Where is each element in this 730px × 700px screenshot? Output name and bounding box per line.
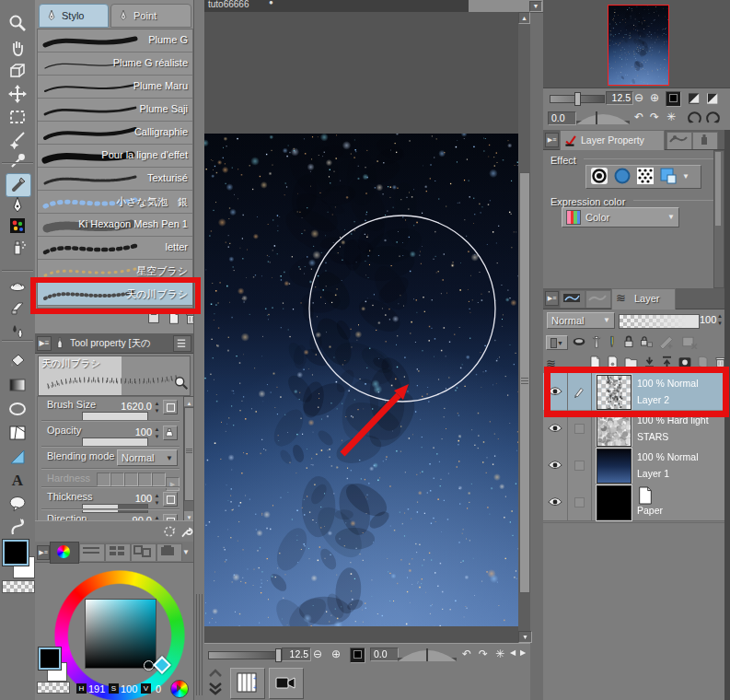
- external-color-picker-icon[interactable]: [170, 680, 189, 698]
- flip-horizontal-icon[interactable]: [687, 91, 702, 108]
- canvas-viewport[interactable]: [204, 12, 518, 643]
- brush-item-[interactable]: Plume G réaliste: [38, 52, 192, 76]
- fit-to-screen-icon[interactable]: [350, 648, 365, 663]
- tab-color-set[interactable]: [105, 543, 131, 561]
- wrench-icon[interactable]: [179, 523, 193, 542]
- reset-rotation-icon[interactable]: ✳: [495, 648, 504, 660]
- transparent-color-swatch[interactable]: [2, 580, 35, 593]
- param-stepper[interactable]: ▲▼: [153, 400, 161, 414]
- zoom-in-icon[interactable]: ⊕: [331, 648, 341, 660]
- tool-text[interactable]: A: [6, 470, 29, 492]
- layer-visibility-cell[interactable]: [543, 373, 568, 410]
- delete-layer-icon[interactable]: [713, 355, 727, 371]
- scroll-up-arrow[interactable]: ▲: [518, 12, 530, 24]
- lock-transparent-icon[interactable]: [639, 334, 654, 351]
- scroll-left-icon[interactable]: ◀: [510, 648, 516, 657]
- brush-item-[interactable]: Plume Maru: [38, 76, 192, 99]
- chevron-up-icon[interactable]: [208, 669, 223, 678]
- tool-fill[interactable]: [6, 351, 29, 373]
- navigator-zoom-slider[interactable]: [550, 95, 605, 103]
- opacity-stepper[interactable]: ▲▼: [716, 312, 724, 327]
- tool-eyedropper[interactable]: [6, 150, 29, 172]
- tool-selection[interactable]: [6, 107, 29, 129]
- transparent-swatch[interactable]: [37, 682, 70, 694]
- nav-zoom-in-icon[interactable]: ⊕: [650, 91, 659, 104]
- layer-visibility-cell[interactable]: [543, 447, 568, 484]
- zoom-out-icon[interactable]: ⊖: [313, 648, 322, 660]
- param-ink-button[interactable]: [163, 426, 178, 440]
- rotation-slider[interactable]: [398, 647, 457, 662]
- tab-list-dropdown-icon[interactable]: ▼: [529, 1, 542, 12]
- layer-check-cell[interactable]: [567, 373, 592, 410]
- layer-check-cell[interactable]: [567, 484, 592, 520]
- layer-thumbnail[interactable]: [597, 449, 632, 484]
- mask-oval-icon[interactable]: [571, 334, 587, 351]
- scroll-down-arrow[interactable]: ▼: [518, 631, 532, 643]
- panel-menu-icon[interactable]: ▶≡: [545, 133, 559, 147]
- tool-eraser[interactable]: [6, 298, 29, 321]
- tool-correct-line[interactable]: [6, 517, 29, 539]
- tool-frame-border[interactable]: [6, 423, 29, 445]
- brush-item-[interactable]: Calligraphie: [38, 122, 192, 145]
- layer-color-icon[interactable]: [659, 167, 678, 187]
- param-square-button[interactable]: [163, 492, 178, 507]
- tab-layer[interactable]: ≋ Layer: [611, 288, 676, 309]
- document-tab[interactable]: tuto66666 ●: [204, 0, 469, 12]
- saturation-value-square[interactable]: [85, 599, 156, 669]
- magnifier-icon[interactable]: [173, 375, 190, 393]
- tool-figure[interactable]: [6, 399, 29, 421]
- new-layer-icon[interactable]: [588, 355, 602, 371]
- nav-reset-view-icon[interactable]: [705, 111, 721, 127]
- subtool-detail-icon[interactable]: [173, 335, 191, 352]
- tab-intermediate-color[interactable]: [131, 543, 156, 561]
- tab-ink-bottle[interactable]: [692, 132, 718, 149]
- new-layer-ink-icon[interactable]: [606, 355, 620, 371]
- hardness-segments[interactable]: ▶: [97, 472, 180, 491]
- tool-operation[interactable]: [6, 61, 29, 83]
- tab-stylo[interactable]: Stylo: [39, 4, 109, 28]
- brush-item-[interactable]: Plume Saji: [38, 99, 192, 122]
- layer-mask-icon[interactable]: [678, 355, 692, 371]
- tool-move-canvas[interactable]: [6, 37, 29, 59]
- zoom-slider[interactable]: [208, 651, 282, 659]
- layer-visibility-cell[interactable]: [543, 484, 568, 520]
- panel-dropdown-icon[interactable]: ▼: [182, 546, 190, 559]
- layer-row-layer-1[interactable]: 100 % NormalLayer 1: [543, 447, 724, 484]
- layer-check-cell[interactable]: [567, 447, 592, 484]
- tool-move-layer[interactable]: [6, 84, 29, 106]
- tool-gradient[interactable]: [6, 375, 29, 397]
- tab-layer-thumb2[interactable]: [585, 290, 611, 308]
- canvas-vertical-scrollbar[interactable]: ▲ ▼: [518, 12, 530, 643]
- panel-menu-icon[interactable]: ▶≡: [545, 291, 559, 306]
- sv-marker[interactable]: [144, 660, 154, 671]
- tab-color-slider[interactable]: [79, 543, 105, 561]
- foreground-color-swatch[interactable]: [3, 540, 29, 566]
- brush-preview[interactable]: 天の川ブラシ: [38, 356, 191, 396]
- border-effect-icon[interactable]: [590, 167, 608, 187]
- transfer-down-icon[interactable]: [643, 355, 656, 371]
- tool-pen[interactable]: [6, 194, 29, 216]
- flip-vertical-icon[interactable]: [705, 91, 721, 108]
- rotate-right-icon[interactable]: ↷: [479, 648, 488, 660]
- lock-icon[interactable]: [621, 334, 636, 351]
- expression-color-dropdown[interactable]: Color ▼: [562, 207, 679, 228]
- double-chevron-down-icon[interactable]: [208, 682, 223, 696]
- nav-flip-view-icon[interactable]: [687, 111, 702, 127]
- panel-menu-icon[interactable]: ▶≡: [37, 336, 52, 351]
- rotate-left-icon[interactable]: ↶: [462, 648, 471, 660]
- tool-airbrush[interactable]: [6, 237, 29, 259]
- palette-dock-icon[interactable]: ≋: [546, 356, 559, 370]
- tool-balloon[interactable]: [6, 494, 29, 516]
- blend-mode-dropdown[interactable]: Normal ▼: [547, 312, 615, 329]
- brush-item-selected[interactable]: 天の川ブラシ: [38, 283, 192, 306]
- navigator-rotation-slider[interactable]: [576, 111, 630, 125]
- nav-reset-rotation-icon[interactable]: ✳: [666, 111, 676, 123]
- layer-row-layer-2[interactable]: 100 % NormalLayer 2: [543, 373, 724, 411]
- tool-ruler[interactable]: [6, 447, 29, 469]
- lighthouse-icon[interactable]: [590, 334, 603, 351]
- new-folder-icon[interactable]: [623, 355, 639, 371]
- layer-check-cell[interactable]: [567, 410, 592, 447]
- tool-decoration[interactable]: [6, 216, 29, 238]
- tone-effect-icon[interactable]: [636, 167, 655, 187]
- nav-rotate-right-icon[interactable]: ↷: [650, 111, 659, 123]
